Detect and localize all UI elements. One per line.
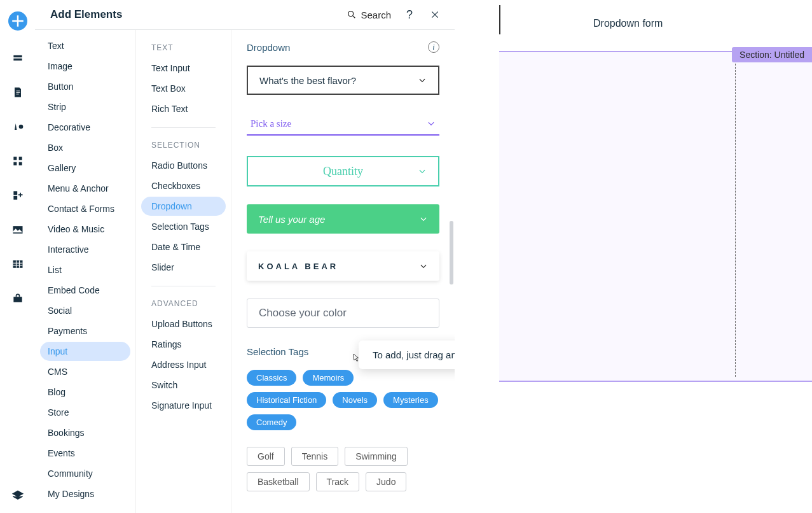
category-gallery[interactable]: Gallery — [40, 158, 130, 178]
scrollbar-thumb[interactable] — [450, 221, 453, 285]
svg-rect-12 — [13, 260, 22, 268]
subitem-text-box[interactable]: Text Box — [141, 79, 226, 98]
layers-icon[interactable] — [11, 489, 25, 503]
category-social[interactable]: Social — [40, 301, 130, 320]
category-blog[interactable]: Blog — [40, 383, 130, 402]
selected-section[interactable] — [499, 51, 812, 382]
selection-tags-preset-2[interactable]: GolfTennisSwimmingBasketballTrackJudo — [247, 447, 439, 491]
category-column: TextImageButtonStripDecorativeBoxGallery… — [35, 30, 135, 513]
add-element-button[interactable] — [8, 11, 27, 31]
preview-column: Dropdown i What's the best flavor? Pick … — [231, 30, 455, 513]
tag-mysteries[interactable]: Mysteries — [383, 392, 438, 408]
category-box[interactable]: Box — [40, 138, 130, 157]
dropdown-preset-5[interactable]: KOALA BEAR — [247, 251, 439, 281]
help-icon[interactable]: ? — [403, 8, 416, 22]
search-label: Search — [361, 10, 391, 20]
svg-rect-10 — [13, 196, 17, 200]
tag-judo[interactable]: Judo — [366, 472, 406, 491]
category-payments[interactable]: Payments — [40, 321, 130, 341]
tag-basketball[interactable]: Basketball — [247, 472, 310, 491]
category-list[interactable]: List — [40, 260, 130, 279]
svg-rect-1 — [13, 59, 22, 60]
subitem-text-input[interactable]: Text Input — [141, 59, 226, 78]
header-text[interactable]: Dropdown form — [593, 18, 663, 29]
category-menu-anchor[interactable]: Menu & Anchor — [40, 179, 130, 198]
svg-rect-5 — [13, 157, 17, 160]
info-icon[interactable]: i — [428, 41, 439, 53]
svg-rect-0 — [13, 55, 22, 57]
subitem-radio-buttons[interactable]: Radio Buttons — [141, 156, 226, 175]
caret-line — [499, 5, 500, 34]
tag-golf[interactable]: Golf — [247, 447, 285, 466]
category-embed-code[interactable]: Embed Code — [40, 281, 130, 300]
sections-icon[interactable] — [11, 51, 25, 65]
category-bookings[interactable]: Bookings — [40, 423, 130, 442]
tag-novels[interactable]: Novels — [333, 392, 377, 408]
dropdown-preset-3[interactable]: Quantity — [247, 156, 439, 186]
tag-swimming[interactable]: Swimming — [345, 447, 408, 466]
subitem-selection-tags[interactable]: Selection Tags — [141, 217, 226, 236]
business-icon[interactable] — [11, 292, 25, 306]
left-toolbar — [0, 0, 35, 513]
svg-rect-4 — [16, 94, 18, 95]
dropdown-preset-6[interactable]: Choose your color — [247, 299, 439, 328]
grid-guideline — [735, 51, 736, 377]
subitem-ratings[interactable]: Ratings — [141, 335, 226, 354]
dropdown-heading-row: Dropdown i — [247, 41, 439, 53]
svg-rect-6 — [18, 157, 22, 160]
category-contact-forms[interactable]: Contact & Forms — [40, 199, 130, 218]
category-interactive[interactable]: Interactive — [40, 240, 130, 259]
selection-tags-preset-1[interactable]: ClassicsMemoirsHistorical FictionNovelsM… — [247, 370, 439, 430]
theme-icon[interactable] — [11, 120, 25, 134]
tag-comedy[interactable]: Comedy — [247, 414, 296, 430]
media-icon[interactable] — [11, 223, 25, 237]
grid-icon[interactable] — [11, 257, 25, 271]
category-store[interactable]: Store — [40, 403, 130, 422]
category-community[interactable]: Community — [40, 464, 130, 483]
section-label-tag[interactable]: Section: Untitled — [732, 47, 812, 62]
svg-point-13 — [348, 11, 354, 17]
category-image[interactable]: Image — [40, 57, 130, 76]
subitem-signature-input[interactable]: Signature Input — [141, 396, 226, 415]
subitem-slider[interactable]: Slider — [141, 258, 226, 277]
category-button[interactable]: Button — [40, 77, 130, 96]
dropdown-preset-1[interactable]: What's the best flavor? — [247, 66, 439, 95]
category-my-designs[interactable]: My Designs — [40, 484, 130, 503]
subitem-switch[interactable]: Switch — [141, 376, 226, 395]
svg-rect-9 — [13, 191, 17, 195]
drag-drop-tooltip: To add, just drag and drop. — [359, 341, 455, 369]
category-cms[interactable]: CMS — [40, 362, 130, 381]
tag-historical-fiction[interactable]: Historical Fiction — [247, 392, 326, 408]
category-input[interactable]: Input — [40, 342, 130, 361]
subitem-rich-text[interactable]: Rich Text — [141, 99, 226, 118]
selection-tags-heading: Selection Tags — [247, 346, 308, 357]
subitem-date-time[interactable]: Date & Time — [141, 237, 226, 256]
apps-icon[interactable] — [11, 154, 25, 168]
group-head-text: TEXT — [136, 39, 231, 59]
editor-canvas[interactable]: Dropdown form Section: Untitled — [455, 0, 812, 513]
category-strip[interactable]: Strip — [40, 97, 130, 116]
svg-rect-2 — [16, 91, 20, 92]
dropdown-preset-2[interactable]: Pick a size — [247, 113, 439, 136]
tag-tennis[interactable]: Tennis — [291, 447, 338, 466]
svg-rect-7 — [13, 162, 17, 165]
addons-icon[interactable] — [11, 188, 25, 202]
category-decorative[interactable]: Decorative — [40, 118, 130, 137]
svg-rect-3 — [16, 92, 20, 93]
pages-icon[interactable] — [11, 85, 25, 99]
panel-title: Add Elements — [50, 8, 347, 21]
subitem-address-input[interactable]: Address Input — [141, 355, 226, 374]
subitem-dropdown[interactable]: Dropdown — [141, 197, 226, 216]
tag-classics[interactable]: Classics — [247, 370, 296, 386]
dropdown-heading: Dropdown — [247, 42, 290, 53]
close-icon[interactable] — [428, 10, 442, 19]
tag-track[interactable]: Track — [316, 472, 359, 491]
category-text[interactable]: Text — [40, 36, 130, 55]
category-video-music[interactable]: Video & Music — [40, 220, 130, 239]
tag-memoirs[interactable]: Memoirs — [303, 370, 354, 386]
subitem-checkboxes[interactable]: Checkboxes — [141, 176, 226, 195]
category-events[interactable]: Events — [40, 444, 130, 463]
panel-search[interactable]: Search — [347, 10, 391, 20]
dropdown-preset-4[interactable]: Tell us your age — [247, 204, 439, 234]
subitem-upload-buttons[interactable]: Upload Buttons — [141, 314, 226, 334]
